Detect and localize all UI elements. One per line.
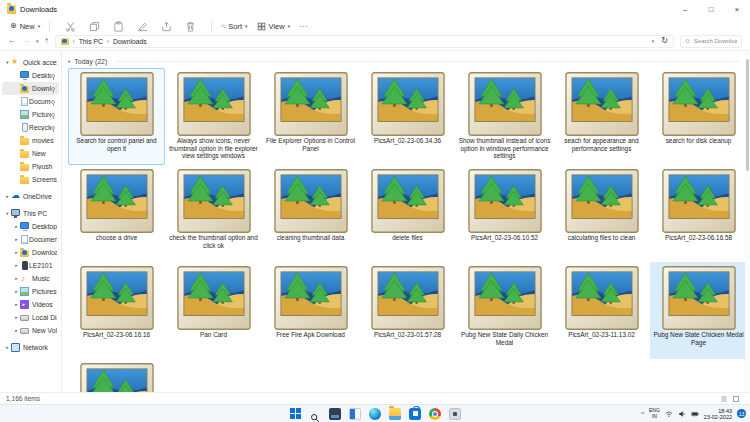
copy-icon[interactable] [89,21,100,32]
breadcrumb-this-pc[interactable]: This PC [79,38,103,45]
file-item-search-for-control-panel-and-o[interactable]: Search for control panel and open it [68,68,165,165]
language-indicator[interactable]: ENG IN [649,408,660,419]
file-item-picsart-02-23-06-16-16[interactable]: PicsArt_02-23-06.16.16 [68,262,165,359]
recent-locations-button[interactable]: ▾ [36,37,39,45]
refresh-icon[interactable]: ↻ [661,37,668,45]
sort-button[interactable]: ↑↓ Sort ▾ [221,22,247,31]
address-dropdown-icon[interactable]: ▾ [652,37,655,45]
wifi-icon[interactable] [665,410,673,418]
thumbnails-view-icon[interactable] [732,395,740,403]
edge-icon[interactable] [369,408,381,420]
chevron-right-icon[interactable]: ▸ [13,315,20,320]
store-icon[interactable] [409,408,421,420]
app-split-icon[interactable] [349,408,361,420]
file-item-pubg-new-state-chicken-medal-p[interactable]: Pubg New State Chicken Medal Page [650,262,747,359]
file-item[interactable] [68,359,165,392]
sidebar-item-desktop[interactable]: ▸Desktop [2,220,59,233]
file-item-check-the-thumbnail-option-and[interactable]: check the thumbnail option and click ok [165,165,262,262]
file-item-picsart-02-23-06-10-52[interactable]: PicsArt_02-23-06.10.52 [456,165,553,262]
app-dark-icon[interactable] [329,408,341,420]
chrome-icon[interactable] [429,408,441,420]
vertical-scrollbar[interactable] [745,51,750,392]
file-item-pan-card[interactable]: Pan Card [165,262,262,359]
address-field[interactable]: › This PC › Downloads ▾ ↻ [55,35,674,48]
sidebar-item-music[interactable]: ▸Music [2,272,59,285]
start-icon[interactable] [289,408,301,420]
file-item-choose-a-drive[interactable]: choose a drive [68,165,165,262]
file-item-pubg-new-state-daily-chicken-m[interactable]: Pubg New State Daily Chicken Medal [456,262,553,359]
share-icon[interactable] [161,21,172,32]
file-item-free-fire-apk-download[interactable]: Free Fire Apk Download [262,262,359,359]
file-item-search-for-disk-cleanup[interactable]: search for disk cleanup [650,68,747,165]
sidebar-item-local-disk-c[interactable]: ▸Local Disk (C:) [2,311,59,324]
chevron-right-icon[interactable]: ▸ [13,276,20,281]
rename-icon[interactable] [137,21,148,32]
minimize-button[interactable]: – [672,0,698,18]
file-item-picsart-02-23-06-34-36[interactable]: PicsArt_02-23-06.34.36 [359,68,456,165]
view-button[interactable]: View ▾ [257,22,291,31]
chevron-right-icon[interactable]: ▸ [13,289,20,294]
delete-icon[interactable] [185,21,196,32]
search-input[interactable] [694,38,737,44]
volume-icon[interactable] [678,410,686,418]
chevron-right-icon[interactable]: ▸ [4,194,11,199]
tray-chevron-icon[interactable]: ^ [641,411,644,417]
chevron-right-icon[interactable]: ▸ [4,345,11,350]
file-item-seach-for-appearance-and-perfo[interactable]: seach for appearance and performance set… [553,68,650,165]
maximize-button[interactable]: □ [698,0,724,18]
sidebar-item-movies[interactable]: movies [2,134,59,147]
sidebar-item-screenshots[interactable]: Screenshots [2,173,59,186]
new-button[interactable]: ⊕ New ▾ [10,22,40,31]
sidebar-item-new[interactable]: New [2,147,59,160]
file-item-delete-files[interactable]: delete files [359,165,456,262]
sidebar-item-documents[interactable]: Documents [2,95,59,108]
sidebar-item-new-volume-d[interactable]: ▸New Volume (D:) [2,324,59,337]
chevron-right-icon[interactable]: ▸ [13,263,20,268]
file-item-show-thumbnail-instead-of-icon[interactable]: Show thumbnail instead of icons option i… [456,68,553,165]
chevron-right-icon[interactable]: ▸ [13,237,20,242]
file-item-picsart-02-23-01-57-28[interactable]: PicsArt_02-23-01.57.28 [359,262,456,359]
sidebar-item-quick-access[interactable]: ▾Quick access [2,56,59,69]
file-item-picsart-02-23-11-13-02[interactable]: PicsArt_02-23-11.13.02 [553,262,650,359]
app-gray-icon[interactable] [449,408,461,420]
group-header[interactable]: ▾ Today (22) [68,55,750,67]
battery-icon[interactable] [691,410,699,418]
breadcrumb-downloads[interactable]: Downloads [113,38,147,45]
more-options-button[interactable]: ··· [299,22,309,31]
sidebar-item-videos[interactable]: ▸Videos [2,298,59,311]
up-button[interactable]: ↑ [45,37,49,45]
close-button[interactable]: × [724,0,750,18]
file-item-calculating-files-to-clean[interactable]: calculating files to clean [553,165,650,262]
chevron-down-icon[interactable]: ▾ [4,60,11,65]
details-view-icon[interactable] [720,395,728,403]
file-item-file-explorer-options-in-contr[interactable]: File Explorer Options in Control Panel [262,68,359,165]
sidebar-item-documents[interactable]: ▸Documents [2,233,59,246]
paste-icon[interactable] [113,21,124,32]
search-box[interactable] [680,35,742,48]
search-icon[interactable] [309,408,321,420]
file-item-always-show-icons-never-thumbn[interactable]: Always show icons, never thumbnail optio… [165,68,262,165]
notification-badge[interactable]: 13 [737,409,746,418]
chevron-right-icon[interactable]: ▸ [13,224,20,229]
sidebar-item-piyush[interactable]: Piyush [2,160,59,173]
sidebar-item-this-pc[interactable]: ▾This PC [2,207,59,220]
chevron-down-icon[interactable]: ▾ [4,211,11,216]
file-item-cleaning-thumbnail-data[interactable]: cleaning thumbnail data [262,165,359,262]
sidebar-item-desktop[interactable]: Desktop [2,69,59,82]
sidebar-item-onedrive[interactable]: ▸OneDrive [2,190,59,203]
sidebar-item-downloads[interactable]: Downloads [2,82,59,95]
sidebar-item-pictures[interactable]: ▸Pictures [2,285,59,298]
sidebar-item-network[interactable]: ▸Network [2,341,59,354]
sidebar-item-recycle-bin[interactable]: Recycle Bin [2,121,59,134]
chevron-right-icon[interactable]: ▸ [13,328,20,333]
sidebar-item-pictures[interactable]: Pictures [2,108,59,121]
forward-button[interactable]: → [22,37,30,45]
file-explorer-icon[interactable] [389,408,401,420]
chevron-right-icon[interactable]: ▸ [13,302,20,307]
cut-icon[interactable] [65,21,76,32]
back-button[interactable]: ← [8,37,16,45]
chevron-right-icon[interactable]: ▸ [13,250,20,255]
file-item-picsart-02-23-06-16-58[interactable]: PicsArt_02-23-06.16.58 [650,165,747,262]
sidebar-item-downloads[interactable]: ▸Downloads [2,246,59,259]
sidebar-item-le2101[interactable]: ▸LE2101 [2,259,59,272]
